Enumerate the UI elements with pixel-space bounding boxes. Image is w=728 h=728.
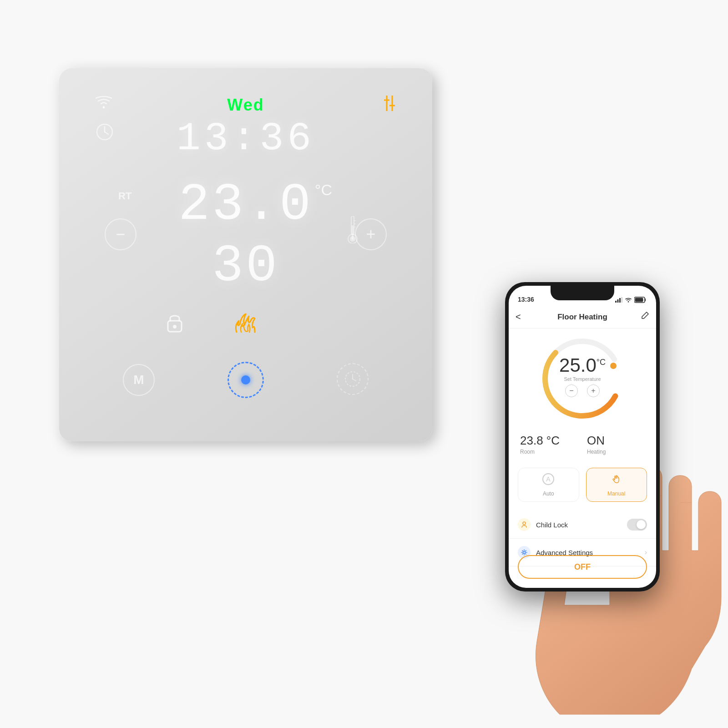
svg-rect-20 <box>615 301 617 303</box>
status-time: 13:36 <box>518 296 534 303</box>
thermostat-device: Wed 13:36 RT <box>59 68 432 441</box>
child-lock-label: Child Lock <box>536 521 627 529</box>
settings-fork-icon[interactable] <box>383 96 396 115</box>
set-temp-label: Set Temperature <box>559 376 606 382</box>
temp-value-text: 25.0 <box>559 354 597 376</box>
room-temp-card: 23.8 °C Room <box>520 434 578 455</box>
schedule-button[interactable] <box>337 363 369 395</box>
phone-container: 13:36 <box>496 282 714 692</box>
phone-notch <box>551 286 614 300</box>
svg-rect-22 <box>619 298 621 303</box>
heating-status-card: ON Heating <box>587 434 645 455</box>
phone-device: 13:36 <box>505 282 660 592</box>
room-label: Room <box>520 449 578 455</box>
dial-temp-value: 25.0°C <box>559 356 606 375</box>
day-display: Wed <box>227 96 264 115</box>
manual-mode-button[interactable]: Manual <box>586 468 647 502</box>
temperature-dial: 25.0°C Set Temperature − + <box>537 333 628 424</box>
set-temp-display: 30 <box>212 237 279 296</box>
auto-mode-button[interactable]: A Auto <box>518 468 579 502</box>
info-row: 23.8 °C Room ON Heating <box>520 434 645 455</box>
power-button[interactable] <box>228 362 264 398</box>
battery-icon <box>634 297 647 303</box>
scene: Wed 13:36 RT <box>0 0 728 728</box>
current-temp-display: 23.0 <box>178 175 313 235</box>
edit-button[interactable] <box>640 311 649 323</box>
wifi-status-icon <box>625 297 632 303</box>
svg-text:A: A <box>546 475 551 483</box>
svg-line-19 <box>353 379 356 381</box>
temperature-dial-area: 25.0°C Set Temperature − + <box>509 329 656 429</box>
heating-icon <box>230 312 262 339</box>
clock-icon <box>96 123 114 145</box>
svg-point-32 <box>523 522 526 525</box>
lock-icon <box>166 312 183 339</box>
child-lock-icon <box>518 518 531 531</box>
off-button[interactable]: OFF <box>518 555 647 579</box>
svg-point-16 <box>173 325 177 329</box>
increase-button[interactable]: + <box>587 384 600 397</box>
phone-screen: 13:36 <box>509 286 656 588</box>
heating-label: Heating <box>587 449 645 455</box>
auto-icon: A <box>542 473 555 488</box>
temp-unit: °C <box>597 358 606 367</box>
header-title: Floor Heating <box>557 313 607 322</box>
rt-label: RT <box>118 190 131 202</box>
time-display: 13:36 <box>177 116 315 161</box>
dial-controls: − + <box>559 384 606 397</box>
auto-label: Auto <box>543 490 554 497</box>
svg-point-29 <box>610 363 617 369</box>
svg-rect-23 <box>622 297 623 303</box>
svg-line-7 <box>105 132 108 134</box>
back-button[interactable]: < <box>516 312 521 322</box>
manual-icon <box>610 473 623 488</box>
off-button-area: OFF <box>518 555 647 579</box>
child-lock-toggle[interactable] <box>627 519 647 531</box>
mode-button[interactable]: M <box>123 364 155 396</box>
svg-rect-21 <box>617 299 619 303</box>
svg-point-0 <box>103 106 105 109</box>
mode-row: A Auto Manual <box>518 468 647 502</box>
heating-value: ON <box>587 434 645 448</box>
minus-button[interactable]: − <box>105 218 136 250</box>
decrease-button[interactable]: − <box>565 384 578 397</box>
celsius-symbol-top: °C <box>315 181 332 199</box>
app-header: < Floor Heating <box>509 306 656 329</box>
room-temp-value: 23.8 °C <box>520 434 578 448</box>
wifi-icon <box>96 96 112 113</box>
svg-point-24 <box>628 301 629 303</box>
plus-button[interactable]: + <box>355 218 387 250</box>
child-lock-item[interactable]: Child Lock <box>509 511 656 539</box>
svg-point-11 <box>350 236 355 242</box>
dial-center: 25.0°C Set Temperature − + <box>559 356 606 397</box>
toggle-knob <box>637 520 646 529</box>
svg-rect-26 <box>635 298 643 302</box>
manual-label: Manual <box>607 490 625 497</box>
status-icons <box>615 297 647 303</box>
svg-point-33 <box>523 551 526 554</box>
signal-icon <box>615 297 622 303</box>
